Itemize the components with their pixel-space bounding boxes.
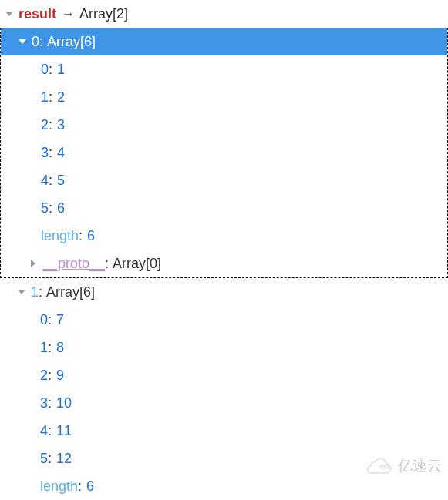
tree-entry[interactable]: 3: 10 xyxy=(0,389,448,417)
entry-key: 1 xyxy=(40,340,48,356)
tree-entry[interactable]: 0: 1 xyxy=(1,55,447,83)
svg-point-0 xyxy=(381,465,385,469)
tree-length[interactable]: length: 6 xyxy=(0,472,448,500)
expand-arrow-icon[interactable] xyxy=(15,288,28,296)
cloud-icon xyxy=(365,458,393,475)
length-key: length xyxy=(41,228,79,244)
entry-value: 6 xyxy=(57,200,65,216)
selected-group-outline: 0: Array[6] 0: 1 1: 2 2: 3 3: 4 4: 5 5: … xyxy=(0,28,448,278)
colon: : xyxy=(48,312,52,328)
watermark-text: 亿速云 xyxy=(398,456,442,476)
item-index: 0 xyxy=(32,34,39,50)
tree-entry[interactable]: 3: 4 xyxy=(1,139,447,166)
entry-value: 11 xyxy=(56,423,72,439)
entry-value: 2 xyxy=(57,89,65,106)
entry-key: 1 xyxy=(41,89,49,106)
entry-value: 10 xyxy=(56,395,72,411)
tree-entry[interactable]: 4: 11 xyxy=(0,417,448,445)
colon: : xyxy=(48,395,52,411)
item-index: 1 xyxy=(31,284,39,300)
tree-entry[interactable]: 1: 2 xyxy=(1,83,447,111)
entry-value: 3 xyxy=(57,117,65,133)
proto-key: __proto__ xyxy=(42,256,105,272)
colon: : xyxy=(49,200,52,216)
colon: : xyxy=(49,89,52,106)
colon: : xyxy=(39,284,46,300)
entry-key: 4 xyxy=(41,173,49,189)
tree-entry[interactable]: 5: 6 xyxy=(1,194,447,222)
expand-arrow-icon[interactable] xyxy=(16,38,29,45)
length-value: 6 xyxy=(87,228,95,244)
type-label: Array[0] xyxy=(113,256,161,272)
entry-key: 4 xyxy=(40,423,48,439)
colon: : xyxy=(48,423,52,439)
tree-proto[interactable]: __proto__: Array[0] xyxy=(1,250,447,277)
entry-key: 3 xyxy=(41,145,49,161)
entry-key: 2 xyxy=(41,117,49,133)
type-label: Array[6] xyxy=(47,34,96,50)
tree-entry[interactable]: 0: 7 xyxy=(0,306,448,334)
type-label: Array[6] xyxy=(46,284,95,300)
tree-item-1[interactable]: 1: Array[6] xyxy=(0,278,448,306)
colon: : xyxy=(79,228,83,244)
arrow-separator: → xyxy=(61,6,75,22)
entry-key: 0 xyxy=(40,312,48,328)
colon: : xyxy=(48,451,52,467)
entry-value: 7 xyxy=(56,312,64,328)
variable-name: result xyxy=(19,6,56,22)
colon: : xyxy=(39,34,47,50)
tree-root-row[interactable]: result → Array[2] xyxy=(0,0,448,28)
entry-value: 9 xyxy=(56,367,64,384)
colon: : xyxy=(78,478,82,495)
colon: : xyxy=(48,340,52,356)
colon: : xyxy=(105,256,113,272)
watermark: 亿速云 xyxy=(365,456,442,476)
tree-entry[interactable]: 2: 9 xyxy=(0,361,448,389)
colon: : xyxy=(48,367,52,384)
colon: : xyxy=(49,117,52,133)
length-value: 6 xyxy=(86,478,94,495)
type-label: Array[2] xyxy=(79,6,128,22)
tree-length[interactable]: length: 6 xyxy=(1,222,447,250)
tree-entry[interactable]: 1: 8 xyxy=(0,334,448,361)
tree-item-0[interactable]: 0: Array[6] xyxy=(1,28,447,55)
entry-value: 4 xyxy=(57,145,65,161)
colon: : xyxy=(49,62,52,78)
tree-entry[interactable]: 4: 5 xyxy=(1,166,447,194)
length-key: length xyxy=(40,478,78,495)
colon: : xyxy=(49,145,52,161)
expand-arrow-icon[interactable] xyxy=(3,10,15,18)
colon: : xyxy=(49,173,52,189)
svg-point-1 xyxy=(385,465,389,469)
entry-value: 8 xyxy=(56,340,64,356)
entry-key: 3 xyxy=(40,395,48,411)
entry-key: 2 xyxy=(40,367,48,384)
collapse-arrow-icon[interactable] xyxy=(27,260,39,267)
entry-key: 5 xyxy=(40,451,48,467)
entry-key: 0 xyxy=(41,62,49,78)
entry-value: 1 xyxy=(57,62,65,78)
entry-key: 5 xyxy=(41,200,49,216)
tree-entry[interactable]: 2: 3 xyxy=(1,111,447,139)
entry-value: 12 xyxy=(56,451,72,467)
entry-value: 5 xyxy=(57,173,65,189)
